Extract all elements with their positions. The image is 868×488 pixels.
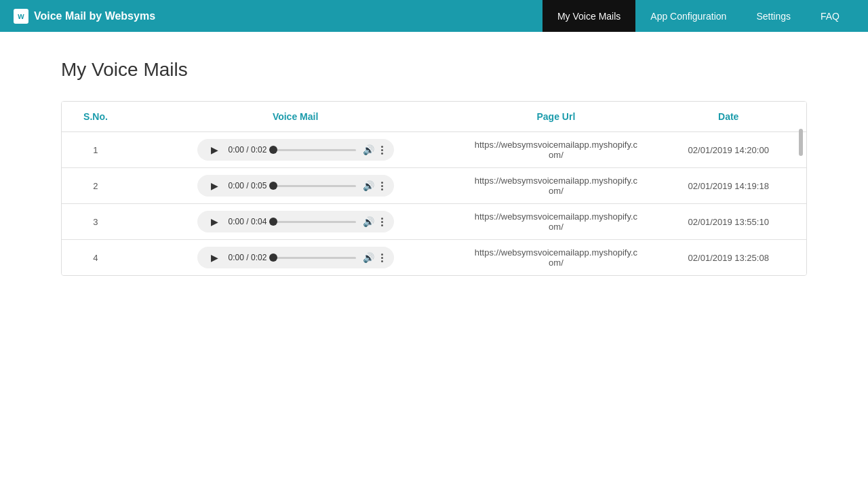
volume-icon[interactable]: 🔊 (363, 180, 374, 191)
table-row: 4▶0:00 / 0:02🔊https://websymsvoicemailap… (62, 240, 806, 276)
nav-my-voice-mails[interactable]: My Voice Mails (542, 0, 635, 32)
cell-voicemail: ▶0:00 / 0:05🔊 (130, 168, 461, 204)
navbar: w Voice Mail by Websyms My Voice Mails A… (0, 0, 868, 32)
time-display: 0:00 / 0:04 (229, 217, 267, 226)
voicemail-table: S.No. Voice Mail Page Url Date 1▶0:00 / … (62, 102, 806, 275)
col-date: Date (651, 102, 807, 132)
page-title: My Voice Mails (61, 59, 807, 81)
table-row: 1▶0:00 / 0:02🔊https://websymsvoicemailap… (62, 132, 806, 168)
time-display: 0:00 / 0:02 (229, 145, 267, 155)
cell-sno: 1 (62, 132, 130, 168)
cell-date: 02/01/2019 13:55:10 (651, 204, 807, 240)
table-body: 1▶0:00 / 0:02🔊https://websymsvoicemailap… (62, 132, 806, 276)
cell-date: 02/01/2019 14:20:00 (651, 132, 807, 168)
cell-date: 02/01/2019 13:25:08 (651, 240, 807, 276)
volume-icon[interactable]: 🔊 (363, 252, 374, 263)
table-header: S.No. Voice Mail Page Url Date (62, 102, 806, 132)
progress-bar[interactable] (273, 185, 355, 187)
scrollbar-thumb (799, 129, 803, 156)
volume-icon[interactable]: 🔊 (363, 144, 374, 155)
time-display: 0:00 / 0:05 (229, 181, 267, 190)
cell-voicemail: ▶0:00 / 0:02🔊 (130, 132, 461, 168)
progress-bar[interactable] (273, 257, 355, 259)
cell-pageurl: https://websymsvoicemailapp.myshopify.co… (461, 204, 650, 240)
nav-faq[interactable]: FAQ (806, 0, 854, 32)
navbar-nav: My Voice Mails App Configuration Setting… (542, 0, 854, 32)
play-button[interactable]: ▶ (208, 216, 222, 227)
cell-sno: 4 (62, 240, 130, 276)
audio-player: ▶0:00 / 0:02🔊 (197, 139, 394, 161)
scrollbar[interactable] (798, 129, 804, 275)
more-options-icon[interactable] (381, 253, 383, 262)
col-sno: S.No. (62, 102, 130, 132)
col-pageurl: Page Url (461, 102, 650, 132)
cell-pageurl: https://websymsvoicemailapp.myshopify.co… (461, 168, 650, 204)
progress-thumb (269, 218, 277, 226)
time-display: 0:00 / 0:02 (229, 253, 267, 262)
play-button[interactable]: ▶ (208, 180, 222, 191)
cell-voicemail: ▶0:00 / 0:04🔊 (130, 204, 461, 240)
page-content: My Voice Mails S.No. Voice Mail Page Url… (0, 32, 868, 303)
cell-sno: 2 (62, 168, 130, 204)
cell-pageurl: https://websymsvoicemailapp.myshopify.co… (461, 132, 650, 168)
progress-bar[interactable] (273, 149, 355, 151)
progress-thumb (269, 146, 277, 154)
play-button[interactable]: ▶ (208, 252, 222, 263)
cell-voicemail: ▶0:00 / 0:02🔊 (130, 240, 461, 276)
progress-bar[interactable] (273, 221, 355, 223)
play-button[interactable]: ▶ (208, 144, 222, 155)
brand-icon: w (14, 9, 28, 24)
audio-player: ▶0:00 / 0:05🔊 (197, 175, 394, 197)
voicemail-table-container: S.No. Voice Mail Page Url Date 1▶0:00 / … (61, 101, 807, 276)
progress-thumb (269, 253, 277, 262)
table-row: 2▶0:00 / 0:05🔊https://websymsvoicemailap… (62, 168, 806, 204)
nav-settings[interactable]: Settings (741, 0, 806, 32)
audio-player: ▶0:00 / 0:02🔊 (197, 247, 394, 268)
audio-player: ▶0:00 / 0:04🔊 (197, 211, 394, 232)
brand: w Voice Mail by Websyms (14, 9, 542, 24)
more-options-icon[interactable] (381, 182, 383, 190)
more-options-icon[interactable] (381, 146, 383, 155)
nav-app-configuration[interactable]: App Configuration (635, 0, 741, 32)
cell-pageurl: https://websymsvoicemailapp.myshopify.co… (461, 240, 650, 276)
volume-icon[interactable]: 🔊 (363, 216, 374, 227)
col-voicemail: Voice Mail (130, 102, 461, 132)
cell-date: 02/01/2019 14:19:18 (651, 168, 807, 204)
brand-text: Voice Mail by Websyms (34, 10, 155, 22)
cell-sno: 3 (62, 204, 130, 240)
progress-thumb (269, 182, 277, 190)
table-header-row: S.No. Voice Mail Page Url Date (62, 102, 806, 132)
more-options-icon[interactable] (381, 218, 383, 226)
table-row: 3▶0:00 / 0:04🔊https://websymsvoicemailap… (62, 204, 806, 240)
